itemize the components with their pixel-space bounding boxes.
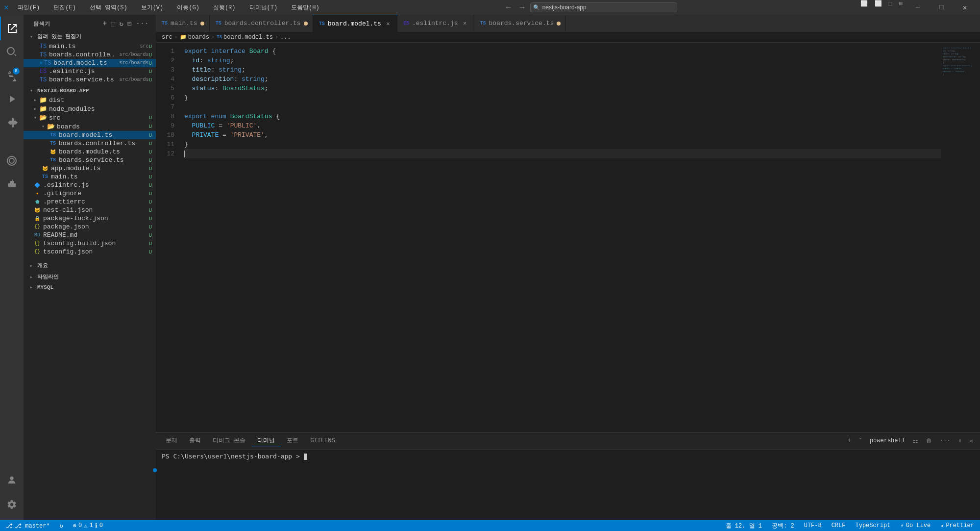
status-spaces[interactable]: 공백: 2 bbox=[770, 522, 796, 530]
status-prettier[interactable]: ✦ Prettier bbox=[938, 522, 976, 530]
tree-item-dist[interactable]: 📁 dist bbox=[24, 96, 156, 104]
new-folder-icon[interactable]: ⬚ bbox=[110, 19, 116, 29]
status-line-ending[interactable]: CRLF bbox=[830, 522, 848, 529]
tree-item-boards-service[interactable]: TS boards.service.ts U bbox=[24, 156, 156, 164]
status-branch[interactable]: ⎇ ⎇ master* bbox=[4, 522, 52, 530]
terminal-body[interactable]: PS C:\Users\user1\nestjs-board-app > bbox=[156, 450, 980, 520]
open-editor-main-ts[interactable]: TS main.ts src U bbox=[24, 42, 156, 51]
minimize-button[interactable]: ─ bbox=[906, 0, 929, 15]
status-language[interactable]: TypeScript bbox=[853, 522, 892, 529]
activity-source-control[interactable]: 8 bbox=[0, 64, 24, 87]
tree-item-boards-controller[interactable]: TS boards.controller.ts U bbox=[24, 139, 156, 148]
tree-item-gitignore[interactable]: 🔸 .gitignore U bbox=[24, 189, 156, 198]
tab-eslintrc[interactable]: ES .eslintrc.js ✕ bbox=[397, 15, 474, 32]
breadcrumb-more[interactable]: ... bbox=[280, 34, 291, 41]
activity-remote[interactable] bbox=[0, 149, 24, 173]
close-icon[interactable]: ✕ bbox=[39, 59, 43, 67]
project-section-header[interactable]: NESTJS-BOARD-APP bbox=[24, 86, 156, 96]
activity-account[interactable] bbox=[0, 468, 24, 492]
tree-item-eslintrc[interactable]: 🔷 .eslintrc.js U bbox=[24, 181, 156, 189]
spaces-text: 공백: 2 bbox=[772, 522, 794, 530]
close-terminal-icon[interactable]: ✕ bbox=[967, 436, 976, 446]
tree-item-boards-module[interactable]: 🐱 boards.module.ts U bbox=[24, 148, 156, 156]
tree-item-app-module[interactable]: 🐱 app.module.ts U bbox=[24, 164, 156, 173]
terminal-tab-terminal[interactable]: 터미널 bbox=[251, 434, 281, 447]
tree-item-tsconfig-json[interactable]: {} tsconfig.json U bbox=[24, 248, 156, 256]
open-editor-eslintrc[interactable]: ES .eslintrc.js U bbox=[24, 67, 156, 76]
maximize-terminal-icon[interactable]: ⬆ bbox=[956, 436, 965, 446]
terminal-more-icon[interactable]: ··· bbox=[937, 436, 954, 445]
nav-back-button[interactable]: ← bbox=[503, 3, 514, 12]
menu-view[interactable]: 보기(V) bbox=[138, 2, 167, 13]
activity-testing[interactable] bbox=[0, 173, 24, 196]
tab-main-ts[interactable]: TS main.ts bbox=[156, 15, 210, 32]
tab-close-button[interactable]: ✕ bbox=[384, 20, 392, 27]
new-terminal-icon[interactable]: + bbox=[845, 436, 854, 445]
close-button[interactable]: ✕ bbox=[954, 0, 976, 15]
status-sync[interactable]: ↻ bbox=[58, 522, 65, 530]
tab-close-button[interactable]: ✕ bbox=[461, 20, 469, 27]
activity-explorer[interactable] bbox=[0, 17, 24, 40]
mysql-header[interactable]: MYSQL bbox=[24, 282, 156, 292]
activity-search[interactable] bbox=[0, 40, 24, 64]
breadcrumb-file[interactable]: TS board.model.ts bbox=[217, 34, 273, 41]
tree-item-src[interactable]: 📂 src U bbox=[24, 113, 156, 122]
collapse-icon[interactable]: ⊟ bbox=[126, 19, 133, 29]
status-go-live[interactable]: ⚡ Go Live bbox=[899, 522, 933, 530]
tree-item-package-lock[interactable]: 🔒 package-lock.json U bbox=[24, 214, 156, 223]
outline-header[interactable]: 개요 bbox=[24, 260, 156, 271]
search-input[interactable] bbox=[530, 2, 677, 12]
activity-settings[interactable] bbox=[0, 493, 24, 516]
nav-forward-button[interactable]: → bbox=[516, 3, 528, 12]
breadcrumb-boards[interactable]: 📁 boards bbox=[180, 34, 209, 41]
tab-boards-controller[interactable]: TS boards.controller.ts bbox=[210, 15, 313, 32]
terminal-tab-ports[interactable]: 포트 bbox=[281, 434, 304, 447]
tab-boards-service[interactable]: TS boards.service.ts bbox=[474, 15, 566, 32]
code-editor[interactable]: export interface Board { id: string; tit… bbox=[180, 43, 941, 432]
tree-item-readme[interactable]: MD README.md U bbox=[24, 231, 156, 239]
open-editor-boards-controller[interactable]: TS boards.controller.ts src/boards U bbox=[24, 51, 156, 59]
status-line-col[interactable]: 줄 12, 열 1 bbox=[724, 522, 764, 530]
mysql-label: MYSQL bbox=[37, 284, 53, 290]
code-line-9: PUBLIC = 'PUBLIC', bbox=[184, 121, 941, 130]
timeline-header[interactable]: 타임라인 bbox=[24, 271, 156, 282]
menu-edit[interactable]: 편집(E) bbox=[50, 2, 79, 13]
menu-selection[interactable]: 선택 영역(S) bbox=[87, 2, 130, 13]
maximize-button[interactable]: □ bbox=[930, 0, 953, 15]
tree-item-boards[interactable]: 📂 boards U bbox=[24, 122, 156, 131]
tree-item-tsconfig-build[interactable]: {} tsconfig.build.json U bbox=[24, 239, 156, 248]
md-file-icon: MD bbox=[33, 232, 41, 238]
terminal-tab-output[interactable]: 출력 bbox=[183, 434, 207, 447]
menu-goto[interactable]: 이동(G) bbox=[174, 2, 202, 13]
terminal-tab-debug[interactable]: 디버그 콘솔 bbox=[207, 434, 251, 447]
tree-item-nest-cli[interactable]: 🐱 nest-cli.json U bbox=[24, 206, 156, 214]
tree-item-prettierrc[interactable]: ⬟ .prettierrc U bbox=[24, 198, 156, 206]
split-terminal-icon[interactable]: ⚏ bbox=[910, 436, 921, 446]
menu-run[interactable]: 실행(R) bbox=[210, 2, 239, 13]
open-editors-header[interactable]: 열려 있는 편집기 bbox=[24, 31, 156, 42]
breadcrumb-src[interactable]: src bbox=[162, 34, 172, 41]
tree-item-board-model[interactable]: TS board.model.ts U bbox=[24, 131, 156, 139]
status-encoding[interactable]: UTF-8 bbox=[802, 522, 824, 529]
tab-board-model[interactable]: TS board.model.ts ✕ bbox=[313, 15, 397, 32]
open-editor-board-model[interactable]: ✕ TS board.model.ts src/boards U bbox=[24, 59, 156, 67]
delete-terminal-icon[interactable]: 🗑 bbox=[923, 436, 935, 446]
json-file-icon: {} bbox=[33, 249, 41, 254]
open-editor-boards-service[interactable]: TS boards.service.ts src/boards U bbox=[24, 76, 156, 84]
status-bar: ⎇ ⎇ master* ↻ ⊗ 0 ⚠ 1 ℹ 0 줄 12, 열 1 공백: … bbox=[0, 520, 980, 531]
terminal-dropdown-icon[interactable]: ˅ bbox=[856, 436, 865, 446]
menu-help[interactable]: 도움말(H) bbox=[288, 2, 322, 13]
menu-terminal[interactable]: 터미널(T) bbox=[246, 2, 281, 13]
activity-run[interactable] bbox=[0, 87, 24, 111]
menu-file[interactable]: 파일(F) bbox=[15, 2, 43, 13]
status-errors[interactable]: ⊗ 0 ⚠ 1 ℹ 0 bbox=[71, 522, 105, 530]
terminal-tab-problems[interactable]: 문제 bbox=[160, 434, 183, 447]
activity-extensions[interactable] bbox=[0, 111, 24, 134]
new-file-icon[interactable]: + bbox=[102, 19, 108, 29]
tree-item-package-json[interactable]: {} package.json U bbox=[24, 223, 156, 231]
more-icon[interactable]: ··· bbox=[135, 19, 150, 29]
tree-item-main-ts[interactable]: TS main.ts U bbox=[24, 173, 156, 181]
refresh-icon[interactable]: ↻ bbox=[118, 19, 124, 29]
tree-item-node-modules[interactable]: 📁 node_modules bbox=[24, 104, 156, 113]
terminal-tab-gitlens[interactable]: GITLENS bbox=[304, 435, 341, 447]
